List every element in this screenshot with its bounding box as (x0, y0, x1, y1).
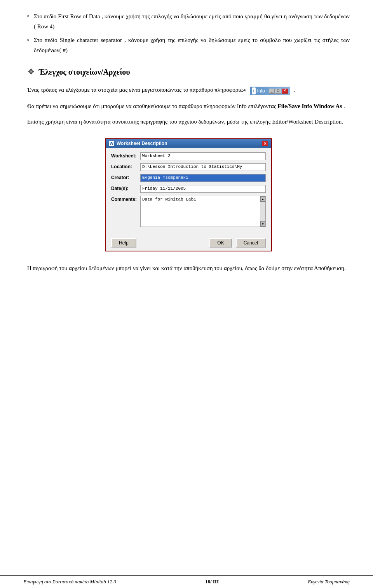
bullet-text-2: Στο πεδίο Single character separator , κ… (34, 35, 350, 55)
worksheet-label: Worksheet: (111, 152, 140, 159)
para2-text: Θα πρέπει να σημειώσουμε ότι μπορούμε να… (27, 103, 345, 109)
paragraph-3: Επίσης χρήσιμη είναι η δυνατότητα συνοπτ… (27, 117, 350, 127)
scroll-down-btn[interactable]: ▼ (260, 221, 266, 227)
dialog-wrapper: W Worksheet Description ✕ Worksheet: Wor… (27, 138, 350, 251)
diamond-icon: ❖ (27, 67, 35, 77)
dialog-title-icon: W (109, 141, 114, 146)
dialog-ok-cancel: OK Cancel (209, 238, 266, 248)
dialog-row-location: Location: D:\Lesson Introduction to Stat… (111, 163, 266, 171)
restore-btn[interactable]: □ (275, 89, 281, 94)
info-label: Info (257, 87, 265, 95)
dialog-row-dates: Date(s): Friday 11/11/2005 (111, 185, 266, 193)
footer-right: Ευγενία Τσομπανάκη (308, 579, 350, 585)
help-button[interactable]: Help (111, 238, 136, 248)
dialog-row-worksheet: Worksheet: Worksheet 2 (111, 152, 266, 160)
bullet-item-1: o Στο πεδίο First Row of Data , κάνουμε … (27, 12, 350, 31)
worksheet-description-dialog: W Worksheet Description ✕ Worksheet: Wor… (105, 138, 272, 251)
comments-label: Comments: (111, 196, 140, 202)
worksheet-value: Worksheet 2 (140, 152, 266, 160)
bullet-item-2: o Στο πεδίο Single character separator ,… (27, 35, 350, 55)
dates-value: Friday 11/11/2005 (140, 185, 266, 193)
close-btn[interactable]: ✕ (282, 89, 288, 94)
dialog-footer: Help OK Cancel (106, 235, 271, 251)
cancel-button[interactable]: Cancel (236, 238, 266, 248)
para1-before: Ένας τρόπος να ελέγξουμε τα στοιχεία μας… (27, 87, 246, 93)
footer-center: 18/ III (205, 579, 219, 585)
bullet-text-1: Στο πεδίο First Row of Data , κάνουμε χρ… (34, 12, 350, 31)
page-footer: Εισαγωγή στο Στατιστικό πακέτο Minitab 1… (0, 575, 373, 588)
creator-value: Evgenia Tsompanaki (140, 174, 266, 182)
location-label: Location: (111, 163, 140, 169)
dialog-titlebar: W Worksheet Description ✕ (106, 139, 271, 148)
info-controls: _ □ ✕ (269, 89, 288, 94)
info-titlebar-inline: i Info _ □ ✕ (250, 85, 290, 95)
section-heading-text: Έλεγχος στοιχείων/Αρχείου (39, 68, 130, 77)
dialog-title-text: Worksheet Description (117, 141, 167, 146)
bullet-circle-2: o (27, 37, 29, 43)
paragraph-2: Θα πρέπει να σημειώσουμε ότι μπορούμε να… (27, 101, 350, 111)
ok-button[interactable]: OK (209, 238, 232, 248)
minimize-btn[interactable]: _ (269, 89, 275, 94)
dialog-body: Worksheet: Worksheet 2 Location: D:\Less… (106, 148, 271, 235)
comments-scrollbar[interactable]: ▲ ▼ (260, 196, 265, 227)
dialog-row-comments: Comments: Data for Minitab Lab1 ▲ ▼ (111, 196, 266, 227)
dialog-close-button[interactable]: ✕ (262, 141, 268, 146)
creator-label: Creator: (111, 174, 140, 180)
section-heading: ❖ Έλεγχος στοιχείων/Αρχείου (27, 67, 350, 77)
comments-text: Data for Minitab Lab1 (142, 197, 196, 202)
footer-left: Εισαγωγή στο Στατιστικό πακέτο Minitab 1… (23, 579, 116, 585)
scroll-up-btn[interactable]: ▲ (260, 196, 266, 202)
para1-after: . (293, 87, 295, 93)
dates-label: Date(s): (111, 185, 140, 191)
location-value: D:\Lesson Introduction to Statistics\My (140, 163, 266, 171)
info-icon: i (252, 87, 256, 94)
comments-value-container[interactable]: Data for Minitab Lab1 ▲ ▼ (140, 196, 266, 227)
dialog-title-left: W Worksheet Description (109, 141, 167, 146)
dialog-row-creator: Creator: Evgenia Tsompanaki (111, 174, 266, 182)
bullet-circle-1: o (27, 13, 29, 19)
page: o Στο πεδίο First Row of Data , κάνουμε … (0, 0, 373, 588)
paragraph-1: Ένας τρόπος να ελέγξουμε τα στοιχεία μας… (27, 85, 350, 96)
paragraph-4: Η περιγραφή του αρχείου δεδομένων μπορεί… (27, 263, 350, 273)
